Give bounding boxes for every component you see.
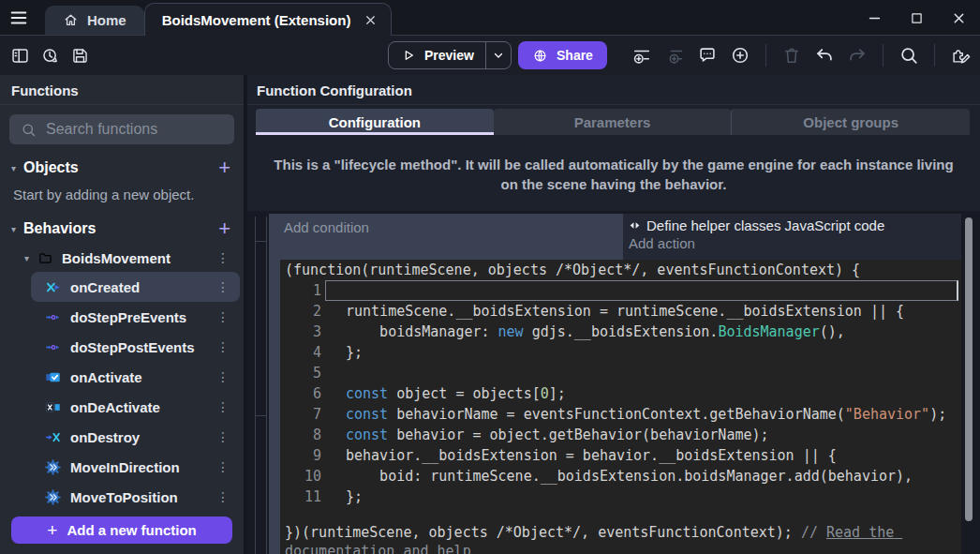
behavior-group-boidsmovement[interactable]: ▾ BoidsMovement ⋮: [0, 244, 244, 272]
kebab-menu-icon[interactable]: ⋮: [216, 460, 230, 473]
code-line-9[interactable]: 9behavior.__boidsExtension = behavior.__…: [280, 445, 961, 466]
app-window: Home BoidsMovement (Extension) Preview S…: [0, 0, 980, 554]
code-text: boidsManager: new gdjs.__boidsExtension.…: [346, 322, 845, 342]
add-event-icon[interactable]: [631, 45, 652, 66]
kebab-menu-icon[interactable]: ⋮: [216, 430, 230, 443]
add-action-button[interactable]: Add action: [623, 233, 961, 251]
line-number: 5: [280, 363, 321, 383]
tab-parameters[interactable]: Parameters: [494, 109, 732, 135]
function-item-onCreated[interactable]: onCreated⋮: [31, 272, 240, 302]
toolbar-divider: [765, 44, 766, 67]
events-sheet: Add condition Define helper classes Java…: [247, 211, 980, 554]
maximize-window-button[interactable]: [909, 10, 925, 26]
code-token: behavior = object.getBehavior(behaviorNa…: [388, 427, 768, 443]
code-token: //: [801, 524, 826, 541]
tab-active-label: BoidsMovement (Extension): [162, 12, 351, 28]
vertical-scrollbar[interactable]: [965, 217, 973, 521]
code-line-2[interactable]: 2runtimeScene.__boidsExtension = runtime…: [280, 301, 961, 322]
code-line-3[interactable]: 3 boidsManager: new gdjs.__boidsExtensio…: [280, 322, 961, 342]
code-line-8[interactable]: 8const behavior = object.getBehavior(beh…: [280, 425, 961, 445]
function-item-doStepPostEvents[interactable]: doStepPostEvents⋮: [31, 332, 240, 362]
add-condition-button[interactable]: Add condition: [269, 214, 623, 260]
code-line-7[interactable]: 7const behaviorName = eventsFunctionCont…: [280, 404, 961, 425]
history-icon[interactable]: [40, 46, 60, 66]
search-icon[interactable]: [898, 45, 919, 66]
tab-configuration[interactable]: Configuration: [256, 109, 494, 135]
function-item-MoveToPosition[interactable]: MoveToPosition⋮: [31, 482, 240, 512]
titlebar-tabs: Home BoidsMovement (Extension): [45, 3, 392, 35]
kebab-menu-icon[interactable]: ⋮: [216, 280, 230, 293]
function-item-onActivate[interactable]: onActivate⋮: [31, 362, 240, 392]
search-functions-input[interactable]: Search functions: [9, 114, 234, 144]
share-label: Share: [557, 48, 593, 63]
line-number: 4: [280, 342, 321, 363]
function-item-doStepPreEvents[interactable]: doStepPreEvents⋮: [31, 302, 240, 332]
function-item-MoveInDirection[interactable]: MoveInDirection⋮: [31, 452, 240, 482]
code-token: runtimeScene.__boidsExtension = runtimeS…: [346, 303, 904, 320]
event-guide-line: [266, 217, 267, 554]
function-item-onDestroy[interactable]: onDestroy⋮: [31, 422, 240, 452]
js-event-title-label: Define helper classes JavaScript code: [646, 217, 884, 233]
code-token: const: [346, 406, 388, 423]
add-behavior-button[interactable]: +: [218, 219, 230, 238]
line-number: 2: [280, 301, 321, 322]
add-function-button[interactable]: + Add a new function: [11, 517, 232, 544]
kebab-menu-icon[interactable]: ⋮: [216, 370, 230, 383]
code-line-10[interactable]: 10 boid: runtimeScene.__boidsExtension.b…: [280, 466, 961, 487]
code-token: (),: [820, 323, 845, 340]
project-panels-icon[interactable]: [10, 46, 30, 66]
menu-icon[interactable]: [8, 7, 29, 28]
preview-dropdown-button[interactable]: [486, 49, 511, 62]
search-icon: [21, 122, 37, 138]
code-token: ];: [549, 385, 566, 402]
function-item-onDeActivate[interactable]: onDeActivate⋮: [31, 392, 240, 422]
kebab-menu-icon[interactable]: ⋮: [216, 400, 230, 413]
play-icon: [401, 48, 416, 63]
function-item-label: onDestroy: [70, 429, 207, 445]
code-text: };: [346, 342, 363, 363]
code-line-1[interactable]: 1: [280, 280, 961, 301]
function-list: onCreated⋮doStepPreEvents⋮doStepPostEven…: [0, 272, 244, 512]
code-line-6[interactable]: 6const object = objects[0];: [280, 383, 961, 404]
kebab-menu-icon[interactable]: ⋮: [216, 251, 230, 264]
code-token: "Behavior": [845, 406, 929, 423]
tab-boidsmovement-extension[interactable]: BoidsMovement (Extension): [144, 3, 393, 36]
function-item-label: MoveInDirection: [70, 459, 207, 475]
gear-icon: [45, 489, 61, 505]
event-left-strip: [269, 214, 280, 554]
js-code-editor[interactable]: (function(runtimeScene, objects /*Object…: [280, 260, 961, 554]
event-guide-tick: [255, 415, 267, 416]
shuffle-arrows-icon: [45, 279, 61, 295]
undo-icon[interactable]: [814, 45, 835, 66]
code-line-4[interactable]: 4};: [280, 342, 961, 363]
function-item-label: doStepPreEvents: [70, 309, 207, 325]
tab-home[interactable]: Home: [45, 6, 144, 35]
comment-icon[interactable]: [697, 45, 718, 66]
kebab-menu-icon[interactable]: ⋮: [216, 310, 230, 323]
add-function-label: Add a new function: [67, 522, 196, 538]
share-button[interactable]: Share: [518, 41, 607, 69]
lifecycle-description: This is a "lifecycle method". It will be…: [247, 135, 980, 213]
code-text: };: [346, 487, 363, 507]
step-arrows-icon: [45, 339, 61, 355]
kebab-menu-icon[interactable]: ⋮: [216, 490, 230, 503]
add-circle-icon[interactable]: [730, 45, 750, 66]
close-tab-icon[interactable]: [364, 13, 378, 27]
window-controls: [867, 0, 967, 36]
code-text: const object = objects[0];: [346, 383, 566, 404]
close-window-button[interactable]: [951, 10, 967, 26]
save-icon[interactable]: [70, 46, 90, 66]
code-line-11[interactable]: 11};: [280, 487, 961, 507]
code-line-5[interactable]: 5: [280, 363, 961, 383]
tab-home-label: Home: [87, 12, 126, 28]
minimize-window-button[interactable]: [867, 10, 883, 26]
preview-button[interactable]: Preview: [389, 42, 485, 68]
behaviors-section-header[interactable]: ▾ Behaviors +: [0, 217, 244, 241]
add-object-button[interactable]: +: [218, 158, 230, 177]
extension-edit-icon[interactable]: [950, 45, 971, 66]
event-guide-tick: [255, 241, 267, 242]
js-event-title[interactable]: Define helper classes JavaScript code: [623, 214, 961, 233]
tab-object-groups[interactable]: Object groups: [731, 109, 970, 135]
kebab-menu-icon[interactable]: ⋮: [216, 340, 230, 353]
objects-section-header[interactable]: ▾ Objects +: [0, 156, 244, 180]
